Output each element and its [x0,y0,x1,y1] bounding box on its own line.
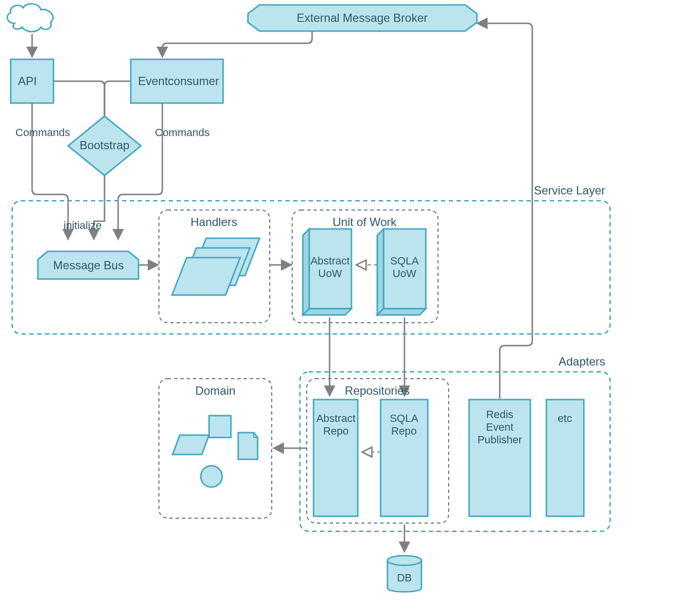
domain-label: Domain [195,384,236,397]
abstract-uow-box: Abstract UoW [303,229,351,315]
redis-publisher-box: Redis Event Publisher [469,400,530,516]
svg-point-17 [201,466,222,487]
broker-box: External Message Broker [248,5,477,31]
svg-point-22 [387,556,421,565]
handlers-label: Handlers [191,215,237,228]
abstract-uow-label2: UoW [318,267,342,280]
redis-label1: Redis [486,408,513,420]
sqla-uow-label2: UoW [393,267,417,280]
bootstrap-label: Bootstrap [80,139,130,152]
redis-label2: Event [486,421,513,433]
edge-api-right [53,81,105,116]
service-layer-label: Service Layer [534,184,605,197]
etc-label: etc [558,412,572,424]
edge-initialize-label: initialize [64,219,102,231]
adapters-layer-label: Adapters [559,355,605,368]
eventconsumer-label: Eventconsumer [138,74,219,87]
api-box: API [11,59,53,103]
redis-label3: Publisher [477,434,522,446]
edge-eventconsumer-messagebus [118,104,162,238]
sqla-uow-label1: SQLA [390,255,419,267]
svg-marker-13 [377,309,426,315]
sqla-repo-label2: Repo [391,425,417,437]
db-cylinder: DB [387,556,421,592]
messagebus-label: Message Bus [53,259,123,272]
eventconsumer-box: Eventconsumer [131,59,223,103]
edge-eventconsumer-left [105,81,131,116]
broker-label: External Message Broker [297,11,427,24]
api-label: API [18,74,37,87]
uow-group-label: Unit of Work [332,215,397,228]
abstract-repo-label2: Repo [323,425,349,437]
svg-marker-12 [377,229,384,315]
svg-marker-16 [238,433,258,459]
domain-shapes [173,416,258,487]
handlers-shape: Handlers [172,215,260,295]
bootstrap-diamond: Bootstrap [68,116,141,175]
abstract-uow-label1: Abstract [311,255,350,267]
db-label: DB [397,572,412,584]
edge-redis-broker [478,23,532,399]
svg-marker-9 [303,229,309,315]
etc-box: etc [546,400,584,516]
repos-group-label: Repositories [345,384,409,397]
abstract-repo-box: Abstract Repo [314,400,358,516]
edge-api-messagebus [32,104,68,238]
sqla-repo-label1: SQLA [390,412,419,424]
svg-marker-14 [173,435,209,455]
cloud-icon [7,4,53,32]
svg-marker-10 [303,309,351,315]
edge-commands-right-label: Commands [155,126,210,139]
sqla-uow-box: SQLA UoW [377,229,426,315]
sqla-repo-box: SQLA Repo [381,400,428,516]
messagebus-box: Message Bus [38,251,139,279]
edge-commands-left-label: Commands [16,126,70,139]
svg-marker-7 [172,258,240,295]
svg-rect-15 [209,416,231,437]
abstract-repo-label1: Abstract [316,412,356,424]
